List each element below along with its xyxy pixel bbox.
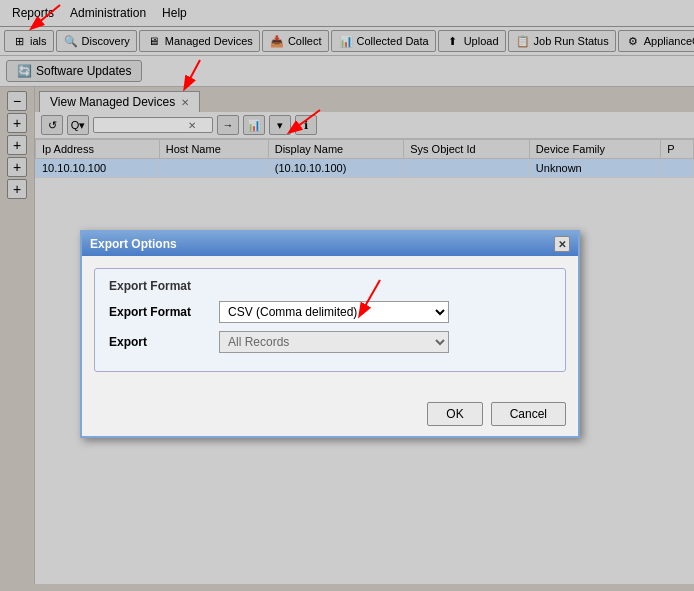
dialog-body: Export Format Export Format CSV (Comma d… (82, 256, 578, 396)
dialog-title-bar: Export Options ✕ (82, 232, 578, 256)
export-select[interactable]: All Records Selected Records (219, 331, 449, 353)
dialog-footer: OK Cancel (82, 396, 578, 436)
export-label: Export (109, 335, 209, 349)
format-select[interactable]: CSV (Comma delimited) Excel PDF (219, 301, 449, 323)
export-format-group: Export Format Export Format CSV (Comma d… (94, 268, 566, 372)
export-row: Export All Records Selected Records (109, 331, 551, 353)
export-options-dialog: Export Options ✕ Export Format Export Fo… (80, 230, 580, 438)
format-row: Export Format CSV (Comma delimited) Exce… (109, 301, 551, 323)
cancel-button[interactable]: Cancel (491, 402, 566, 426)
dialog-close-button[interactable]: ✕ (554, 236, 570, 252)
format-label: Export Format (109, 305, 209, 319)
dialog-title: Export Options (90, 237, 177, 251)
export-format-group-title: Export Format (109, 279, 551, 293)
ok-button[interactable]: OK (427, 402, 482, 426)
